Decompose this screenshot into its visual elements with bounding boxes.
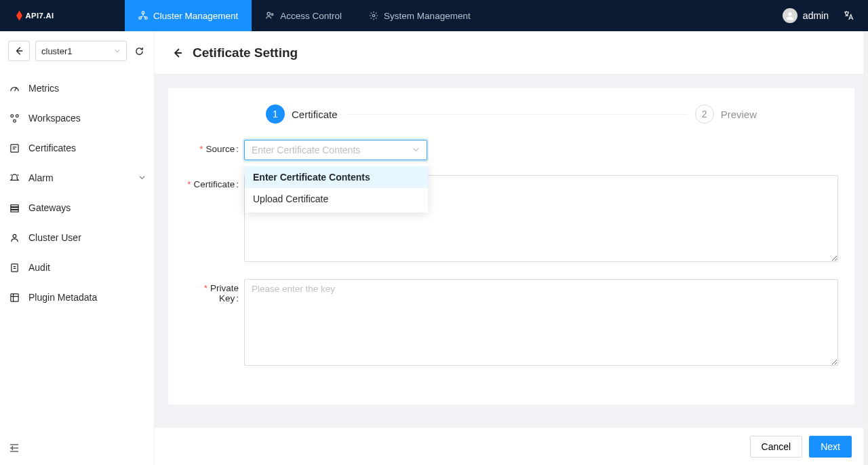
svg-point-9 (16, 114, 18, 117)
page-header: Cetificate Setting (155, 31, 868, 75)
source-select[interactable]: Enter Certificate Contents Enter Certifi… (244, 140, 427, 160)
page-back-button[interactable] (171, 46, 184, 60)
sidebar-item-alarm[interactable]: Alarm (0, 163, 154, 193)
sidebar-item-label: Cluster User (28, 232, 81, 243)
svg-point-8 (11, 114, 14, 117)
sidebar-item-label: Alarm (28, 172, 54, 183)
svg-point-5 (272, 14, 274, 16)
sidebar-item-label: Gateways (28, 202, 71, 213)
svg-point-6 (372, 14, 375, 17)
sidebar-item-audit[interactable]: Audit (0, 253, 154, 282)
option-label: Upload Certificate (253, 193, 328, 204)
certificate-label: Certificate (184, 175, 239, 189)
chevron-down-icon (412, 145, 420, 155)
sidebar-collapse-button[interactable] (7, 441, 22, 455)
svg-rect-16 (12, 263, 18, 271)
source-option-upload[interactable]: Upload Certificate (245, 188, 428, 210)
sidebar-item-label: Workspaces (28, 113, 81, 124)
source-placeholder: Enter Certificate Contents (252, 145, 360, 155)
top-nav: API7.AI Cluster Management Access Contro… (0, 0, 868, 31)
option-label: Enter Certificate Contents (253, 172, 370, 183)
sidebar-item-plugin-metadata[interactable]: Plugin Metadata (0, 282, 154, 312)
username: admin (803, 10, 829, 21)
svg-text:API7.AI: API7.AI (26, 12, 54, 20)
nav-access-control[interactable]: Access Control (252, 0, 355, 31)
reload-button[interactable] (132, 44, 146, 58)
sidebar-menu: Metrics Workspaces Certificates Alarm (0, 69, 154, 316)
gear-icon (369, 11, 378, 20)
sidebar-back-button[interactable] (8, 41, 30, 61)
sidebar-item-label: Plugin Metadata (28, 292, 97, 303)
svg-rect-13 (11, 207, 18, 209)
workspaces-icon (9, 113, 20, 124)
nav-label: Cluster Management (153, 11, 238, 21)
step-divider (346, 114, 687, 115)
nav-cluster-management[interactable]: Cluster Management (125, 0, 252, 31)
form-card: 1 Certificate 2 Preview Source (168, 88, 854, 405)
plugin-icon (9, 293, 20, 303)
user-menu[interactable]: admin (783, 8, 829, 23)
sidebar-item-label: Audit (28, 262, 50, 273)
scrollbar[interactable] (863, 31, 868, 465)
user-icon (9, 233, 20, 243)
svg-rect-12 (11, 204, 18, 206)
next-button[interactable]: Next (809, 436, 852, 458)
alarm-icon (9, 173, 20, 183)
nav-system-management[interactable]: System Management (355, 0, 484, 31)
sidebar-item-cluster-user[interactable]: Cluster User (0, 223, 154, 253)
step-label: Preview (721, 109, 757, 120)
access-icon (265, 11, 275, 20)
page-title: Cetificate Setting (193, 45, 298, 60)
avatar (783, 8, 797, 23)
private-key-label: Private Key (184, 279, 239, 303)
sidebar-item-label: Certificates (28, 143, 76, 153)
step-preview: 2 Preview (695, 105, 757, 124)
sidebar-item-gateways[interactable]: Gateways (0, 193, 154, 223)
audit-icon (9, 263, 20, 273)
source-dropdown: Enter Certificate Contents Upload Certif… (245, 164, 428, 212)
sidebar: cluster1 Metrics Workspaces C (0, 31, 155, 465)
cancel-button[interactable]: Cancel (750, 436, 803, 458)
certificate-icon (9, 143, 20, 153)
private-key-textarea[interactable] (244, 279, 838, 366)
svg-point-10 (14, 119, 16, 122)
svg-point-15 (13, 234, 16, 238)
sidebar-item-certificates[interactable]: Certificates (0, 133, 154, 163)
nav-label: Access Control (280, 11, 342, 21)
brand-logo: API7.AI (0, 9, 125, 22)
gauge-icon (9, 83, 20, 94)
cluster-select[interactable]: cluster1 (35, 41, 127, 61)
step-number: 2 (695, 105, 714, 124)
svg-point-4 (267, 12, 270, 15)
main: Cetificate Setting 1 Certificate 2 Previ… (155, 31, 868, 465)
svg-point-1 (142, 12, 144, 14)
cluster-select-value: cluster1 (41, 46, 73, 56)
step-label: Certificate (292, 109, 338, 120)
step-number: 1 (266, 105, 285, 124)
svg-rect-17 (11, 293, 18, 301)
sidebar-item-metrics[interactable]: Metrics (0, 73, 154, 103)
gateway-icon (9, 203, 20, 213)
chevron-down-icon (114, 46, 121, 56)
steps: 1 Certificate 2 Preview (266, 105, 757, 124)
sidebar-item-label: Metrics (28, 83, 59, 94)
cluster-icon (138, 11, 148, 20)
svg-point-7 (788, 12, 791, 16)
footer: Cancel Next (155, 427, 868, 465)
language-icon[interactable] (842, 10, 854, 22)
source-label: Source (184, 140, 239, 154)
sidebar-item-workspaces[interactable]: Workspaces (0, 103, 154, 133)
step-certificate: 1 Certificate (266, 105, 338, 124)
nav-label: System Management (384, 11, 471, 21)
svg-rect-14 (11, 210, 18, 212)
chevron-down-icon (138, 172, 146, 183)
svg-rect-11 (11, 144, 18, 151)
source-option-enter-contents[interactable]: Enter Certificate Contents (245, 166, 428, 188)
